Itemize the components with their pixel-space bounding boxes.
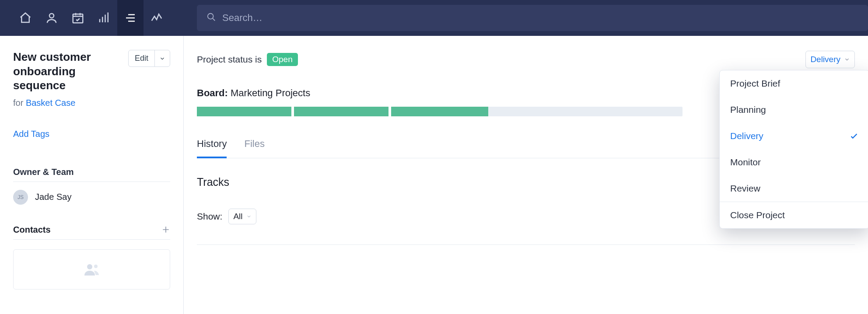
add-tags-link[interactable]: Add Tags xyxy=(13,129,170,139)
people-icon xyxy=(84,263,100,276)
show-label: Show: xyxy=(197,211,222,222)
contacts-empty-card[interactable] xyxy=(13,249,170,290)
avatar: JS xyxy=(13,190,28,205)
stage-menu-item[interactable]: Project Brief xyxy=(720,70,868,97)
contacts-heading: Contacts xyxy=(13,225,51,235)
stage-menu-close-project[interactable]: Close Project xyxy=(720,202,868,228)
divider xyxy=(13,181,170,182)
status-badge[interactable]: Open xyxy=(267,53,298,66)
person-icon[interactable] xyxy=(38,0,65,36)
show-filter-value: All xyxy=(233,212,242,221)
stage-menu-item[interactable]: Planning xyxy=(720,97,868,123)
caret-down-icon xyxy=(844,56,850,63)
divider xyxy=(13,239,170,240)
client-link[interactable]: Basket Case xyxy=(26,98,75,108)
edit-button[interactable]: Edit xyxy=(128,50,170,67)
svg-point-4 xyxy=(94,265,98,268)
svg-rect-1 xyxy=(73,14,83,23)
main-content: Project status is Open Delivery Board: M… xyxy=(184,36,868,314)
list-icon[interactable] xyxy=(117,0,144,36)
caret-down-icon xyxy=(246,214,252,219)
left-sidebar: New customer onboarding sequence Edit fo… xyxy=(0,36,184,314)
show-filter-dropdown[interactable]: All xyxy=(228,209,256,224)
project-for-line: for Basket Case xyxy=(13,98,170,108)
plus-icon[interactable] xyxy=(161,225,170,234)
svg-point-0 xyxy=(49,14,54,18)
status-label: Project status is xyxy=(197,54,262,65)
divider xyxy=(197,244,855,245)
progress-bar xyxy=(197,107,682,116)
nav-icon-group xyxy=(12,0,170,36)
chevron-down-icon xyxy=(154,50,170,66)
owner-name: Jade Say xyxy=(35,192,71,202)
svg-point-2 xyxy=(208,14,214,19)
search-input[interactable] xyxy=(222,12,868,24)
stage-menu-item[interactable]: Delivery xyxy=(720,123,868,149)
tab-history[interactable]: History xyxy=(197,138,227,158)
check-icon xyxy=(849,131,859,141)
stage-dropdown-label: Delivery xyxy=(810,55,840,64)
owner-row[interactable]: JS Jade Say xyxy=(13,190,170,205)
home-icon[interactable] xyxy=(12,0,38,36)
calendar-check-icon[interactable] xyxy=(65,0,91,36)
stage-menu-item[interactable]: Review xyxy=(720,175,868,202)
top-navbar xyxy=(0,0,868,36)
tab-files[interactable]: Files xyxy=(244,138,264,158)
project-title: New customer onboarding sequence xyxy=(13,50,124,93)
edit-button-label: Edit xyxy=(129,50,154,66)
search-bar[interactable] xyxy=(197,5,868,31)
bars-icon[interactable] xyxy=(91,0,117,36)
stage-menu: Project Brief Planning Delivery Monitor … xyxy=(719,70,868,229)
for-prefix: for xyxy=(13,98,26,108)
board-name: Marketing Projects xyxy=(231,87,310,98)
stage-menu-item[interactable]: Monitor xyxy=(720,149,868,175)
svg-point-3 xyxy=(87,264,92,269)
activity-icon[interactable] xyxy=(144,0,170,36)
board-label: Board: xyxy=(197,87,228,98)
owner-team-heading: Owner & Team xyxy=(13,167,170,177)
stage-dropdown[interactable]: Delivery xyxy=(805,51,855,68)
search-icon xyxy=(206,12,216,24)
